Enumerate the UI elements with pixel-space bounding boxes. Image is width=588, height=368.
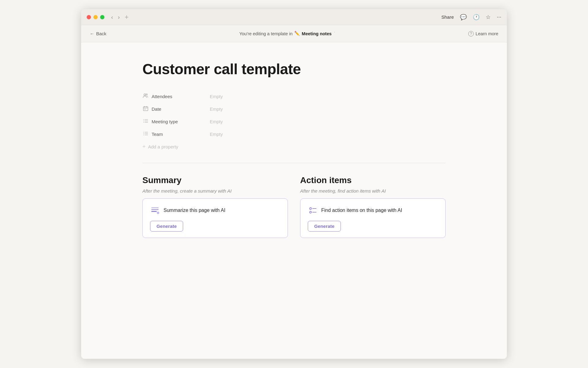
svg-rect-20 <box>151 207 159 208</box>
svg-point-23 <box>157 212 159 214</box>
back-arrow-icon: ← <box>90 31 94 36</box>
page-title: Customer call template <box>142 61 446 78</box>
properties-section: Attendees Empty <box>142 90 446 153</box>
comment-icon-button[interactable]: 💬 <box>460 14 467 21</box>
action-items-ai-label: Find action items on this page with AI <box>321 208 402 213</box>
topbar: ← Back You're editing a template in ✏️ M… <box>81 25 507 42</box>
nav-add-button[interactable]: + <box>123 13 130 21</box>
svg-point-1 <box>146 94 147 95</box>
traffic-lights <box>87 15 104 19</box>
calendar-icon <box>142 106 149 112</box>
add-property-label: Add a property <box>148 144 178 149</box>
summary-section: Summary After the meeting, create a summ… <box>142 175 288 238</box>
svg-rect-22 <box>151 211 157 212</box>
svg-point-0 <box>144 94 146 96</box>
titlebar-actions: Share 💬 🕐 ☆ ··· <box>441 14 501 21</box>
topbar-right: ? Learn more <box>468 31 498 36</box>
meeting-type-value[interactable]: Empty <box>210 119 223 124</box>
share-button[interactable]: Share <box>441 14 454 20</box>
help-circle-icon: ? <box>468 31 474 36</box>
date-property[interactable]: Date Empty <box>142 103 446 115</box>
back-button[interactable]: ← Back <box>90 31 106 36</box>
nav-back-button[interactable]: ‹ <box>110 13 114 21</box>
meeting-type-label-text: Meeting type <box>152 119 178 124</box>
close-button[interactable] <box>87 15 91 19</box>
team-property[interactable]: Team Empty <box>142 128 446 140</box>
date-label: Date <box>142 106 210 112</box>
more-options-button[interactable]: ··· <box>497 14 501 20</box>
titlebar-navigation: ‹ › + <box>110 13 130 21</box>
attendees-label-text: Attendees <box>152 94 172 99</box>
titlebar: ‹ › + Share 💬 🕐 ☆ ··· <box>81 9 507 25</box>
summary-title: Summary <box>142 175 288 185</box>
chevron-icon: ` <box>334 32 335 36</box>
notebook-name[interactable]: Meeting notes <box>302 31 331 36</box>
back-label: Back <box>96 31 106 36</box>
action-items-card-header: Find action items on this page with AI <box>308 205 438 215</box>
date-value[interactable]: Empty <box>210 106 223 112</box>
action-items-section: Action items After the meeting, find act… <box>300 175 446 238</box>
attendees-property[interactable]: Attendees Empty <box>142 90 446 103</box>
team-value[interactable]: Empty <box>210 132 223 137</box>
meeting-type-property[interactable]: Meeting type Empty <box>142 115 446 128</box>
team-label-text: Team <box>152 132 163 137</box>
editing-prefix-text: You're editing a template in <box>239 31 292 36</box>
action-items-icon <box>308 205 318 215</box>
add-property-button[interactable]: + Add a property <box>142 140 446 153</box>
svg-rect-6 <box>144 109 145 109</box>
people-icon <box>142 93 149 100</box>
pencil-icon: ✏️ <box>294 31 300 36</box>
svg-point-24 <box>310 208 311 209</box>
action-items-title: Action items <box>300 175 446 185</box>
list-icon <box>142 118 149 125</box>
main-content: Customer call template Attendees Empt <box>81 42 507 359</box>
section-divider <box>142 163 446 163</box>
minimize-button[interactable] <box>93 15 98 19</box>
attendees-label: Attendees <box>142 93 210 100</box>
summary-ai-card: Summarize this page with AI Generate <box>142 198 288 238</box>
action-items-subtitle: After the meeting, find action items wit… <box>300 188 446 194</box>
team-list-icon <box>142 131 149 137</box>
summary-subtitle: After the meeting, create a summary with… <box>142 188 288 194</box>
summarize-icon <box>150 205 160 215</box>
summary-ai-label: Summarize this page with AI <box>164 208 225 213</box>
svg-rect-2 <box>143 107 148 111</box>
editing-notice: You're editing a template in ✏️ Meeting … <box>106 31 468 36</box>
meeting-type-label: Meeting type <box>142 118 210 125</box>
team-label: Team <box>142 131 210 137</box>
maximize-button[interactable] <box>100 15 104 19</box>
ai-sections: Summary After the meeting, create a summ… <box>142 175 446 238</box>
plus-icon: + <box>142 144 146 150</box>
learn-more-button[interactable]: Learn more <box>476 31 498 36</box>
star-icon-button[interactable]: ☆ <box>486 14 491 21</box>
svg-rect-21 <box>151 209 159 210</box>
action-items-ai-card: Find action items on this page with AI G… <box>300 198 446 238</box>
action-items-generate-button[interactable]: Generate <box>308 221 341 232</box>
svg-rect-7 <box>145 109 146 109</box>
attendees-value[interactable]: Empty <box>210 94 223 99</box>
svg-point-25 <box>310 211 311 213</box>
summary-generate-button[interactable]: Generate <box>150 221 183 232</box>
app-window: ‹ › + Share 💬 🕐 ☆ ··· ← Back You're edit… <box>81 9 507 359</box>
summary-card-header: Summarize this page with AI <box>150 205 280 215</box>
history-icon-button[interactable]: 🕐 <box>473 14 480 21</box>
nav-forward-button[interactable]: › <box>117 13 121 21</box>
date-label-text: Date <box>152 106 161 112</box>
